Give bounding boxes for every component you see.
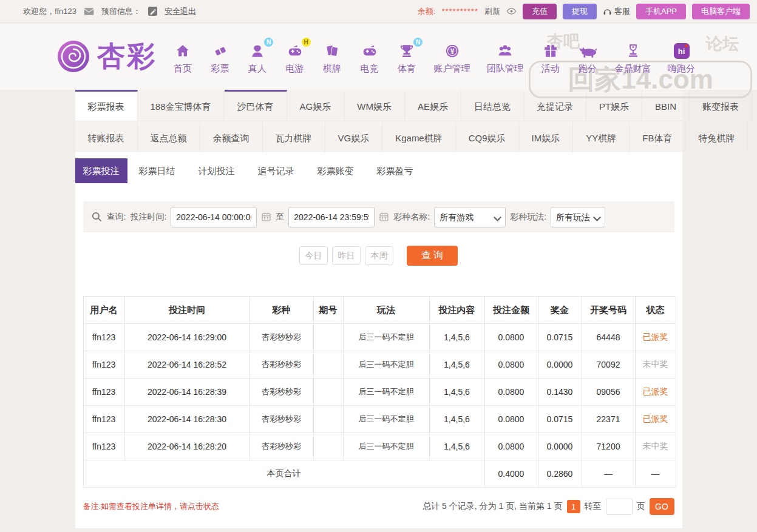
cell-bet-time: 2022-06-14 16:28:30 bbox=[124, 406, 250, 433]
content-card: 彩票投注 彩票日结 计划投注 追号记录 彩票账变 彩票盈亏 查询: 投注时间: … bbox=[75, 152, 682, 528]
subtab-lottery-bets[interactable]: 彩票投注 bbox=[75, 158, 127, 183]
cell-game: 杏彩秒秒彩 bbox=[250, 351, 313, 379]
play-select[interactable]: 所有玩法 bbox=[551, 207, 605, 227]
tab-188-sports[interactable]: 188金宝博体育 bbox=[138, 90, 225, 121]
bet-time-to-input[interactable] bbox=[288, 207, 375, 227]
mail-icon[interactable] bbox=[84, 7, 94, 16]
goto-page-input[interactable] bbox=[606, 499, 633, 515]
cell-status[interactable]: 已派奖 bbox=[635, 406, 676, 433]
subtab-lottery-profit-loss[interactable]: 彩票盈亏 bbox=[365, 158, 425, 183]
gamepad-icon: H bbox=[285, 42, 305, 60]
tab-lottery-report[interactable]: 彩票报表 bbox=[75, 90, 138, 121]
tab-wm[interactable]: WM娱乐 bbox=[344, 90, 405, 121]
cell-bet-time: 2022-06-14 16:29:00 bbox=[124, 324, 250, 351]
nav-item-team-management[interactable]: 团队管理 bbox=[487, 42, 523, 75]
nav-item-paofen[interactable]: 跑分 bbox=[577, 42, 598, 75]
nav-item-sports[interactable]: N 体育 bbox=[396, 42, 417, 75]
withdraw-button[interactable]: 提现 bbox=[563, 4, 597, 19]
nav-item-jinding-wealth[interactable]: 金鼎财富 bbox=[615, 42, 651, 75]
cell-play: 后三一码不定胆 bbox=[343, 351, 429, 379]
yesterday-button[interactable]: 昨日 bbox=[332, 246, 361, 265]
cell-bet-amount: 0.0800 bbox=[484, 406, 538, 433]
subtab-chase-records[interactable]: 追号记录 bbox=[246, 158, 306, 183]
tab-saba-sports[interactable]: 沙巴体育 bbox=[225, 90, 287, 121]
tab-cq9[interactable]: CQ9娱乐 bbox=[456, 121, 519, 152]
nav-item-account-management[interactable]: ¥ 账户管理 bbox=[434, 42, 470, 75]
tab-im[interactable]: IM娱乐 bbox=[519, 121, 574, 152]
live-dealer-icon: N bbox=[247, 42, 268, 60]
subtab-lottery-account-change[interactable]: 彩票账变 bbox=[306, 158, 365, 183]
tab-fb-sports[interactable]: FB体育 bbox=[630, 121, 685, 152]
subtab-plan-bets[interactable]: 计划投注 bbox=[187, 158, 246, 183]
cell-bet-content: 1,4,5,6 bbox=[429, 433, 484, 460]
tab-yy-cards[interactable]: YY棋牌 bbox=[573, 121, 630, 152]
go-button[interactable]: GO bbox=[650, 498, 674, 515]
edit-icon[interactable] bbox=[148, 7, 157, 16]
bet-time-from-input[interactable] bbox=[171, 207, 257, 227]
logout-link[interactable]: 安全退出 bbox=[165, 6, 196, 17]
table-row: ffn123 2022-06-14 16:28:20 杏彩秒秒彩 后三一码不定胆… bbox=[83, 433, 676, 460]
tab-balance-query[interactable]: 余额查询 bbox=[200, 121, 263, 152]
cell-status[interactable]: 已派奖 bbox=[635, 379, 676, 406]
site-logo[interactable]: 杏彩 bbox=[56, 38, 157, 75]
tab-transfer-report[interactable]: 转账报表 bbox=[75, 121, 138, 152]
nav-item-lottery[interactable]: 彩票 bbox=[210, 42, 231, 75]
search-button[interactable]: 查 询 bbox=[407, 246, 458, 266]
cell-status[interactable]: 未中奖 bbox=[635, 351, 676, 379]
today-button[interactable]: 今日 bbox=[299, 246, 328, 265]
deposit-button[interactable]: 充值 bbox=[523, 4, 557, 19]
tab-wali-cards[interactable]: 瓦力棋牌 bbox=[263, 121, 325, 152]
cell-bet-content: 1,4,5,6 bbox=[429, 406, 484, 433]
table-footer-row: 备注:如需查看投注单详情，请点击状态 总计 5 个记录, 分为 1 页, 当前第… bbox=[83, 498, 674, 515]
tab-kgame[interactable]: Kgame棋牌 bbox=[382, 121, 456, 152]
calendar-icon[interactable] bbox=[379, 212, 389, 222]
table-header-row: 用户名 投注时间 彩种 期号 玩法 投注内容 投注金额 奖金 开奖号码 状态 bbox=[83, 297, 676, 324]
refresh-link[interactable]: 刷新 bbox=[484, 6, 500, 17]
svg-text:¥: ¥ bbox=[450, 47, 454, 56]
tab-rebate-total[interactable]: 返点总额 bbox=[138, 121, 200, 152]
col-bet-amount: 投注金额 bbox=[484, 297, 538, 324]
tab-ag[interactable]: AG娱乐 bbox=[287, 90, 345, 121]
trophy-icon: N bbox=[396, 42, 417, 60]
nav-item-esports[interactable]: 电竞 bbox=[359, 42, 380, 75]
cell-bet-amount: 0.0800 bbox=[484, 324, 538, 351]
current-page-badge[interactable]: 1 bbox=[567, 500, 580, 513]
main-content: 彩票报表 188金宝博体育 沙巴体育 AG娱乐 WM娱乐 AE娱乐 日结总览 充… bbox=[75, 90, 682, 528]
reserved-info-label: 预留信息： bbox=[101, 6, 141, 17]
tab-ae[interactable]: AE娱乐 bbox=[405, 90, 461, 121]
logo-emblem-icon bbox=[56, 39, 91, 74]
nav-item-egames[interactable]: H 电游 bbox=[285, 42, 305, 75]
col-bet-content: 投注内容 bbox=[429, 297, 484, 324]
customer-service-link[interactable]: 客服 bbox=[603, 6, 630, 17]
mobile-app-button[interactable]: 手机APP bbox=[636, 4, 686, 19]
calendar-icon[interactable] bbox=[261, 212, 271, 222]
cell-draw-number: 71200 bbox=[582, 433, 635, 460]
game-select[interactable]: 所有游戏 bbox=[434, 207, 506, 227]
cell-status[interactable]: 未中奖 bbox=[635, 433, 676, 460]
tab-vg[interactable]: VG娱乐 bbox=[325, 121, 383, 152]
subtab-lottery-daily[interactable]: 彩票日结 bbox=[127, 158, 187, 183]
eye-icon[interactable] bbox=[506, 7, 517, 15]
nav-item-hi-paofen[interactable]: hi 嗨跑分 bbox=[668, 42, 695, 75]
nav-item-activities[interactable]: 活动 bbox=[540, 42, 561, 75]
col-prize: 奖金 bbox=[538, 297, 582, 324]
nav-item-home[interactable]: 首页 bbox=[172, 42, 193, 75]
cell-issue bbox=[313, 379, 343, 406]
query-label: 查询: bbox=[107, 212, 126, 223]
gift-icon bbox=[540, 42, 561, 60]
col-draw-number: 开奖号码 bbox=[582, 297, 635, 324]
esports-gamepad-icon bbox=[359, 42, 380, 60]
nav-item-live[interactable]: N 真人 bbox=[247, 42, 268, 75]
tab-daily-summary[interactable]: 日结总览 bbox=[461, 90, 524, 121]
hi-app-icon: hi bbox=[671, 42, 692, 60]
cell-play: 后三一码不定胆 bbox=[343, 379, 429, 406]
cards-icon bbox=[322, 42, 342, 60]
total-status-dash: — bbox=[635, 460, 676, 488]
this-week-button[interactable]: 本周 bbox=[365, 246, 393, 265]
cell-draw-number: 22371 bbox=[582, 406, 635, 433]
ticket-icon bbox=[210, 42, 231, 60]
cell-status[interactable]: 已派奖 bbox=[635, 324, 676, 351]
pc-client-button[interactable]: 电脑客户端 bbox=[692, 4, 750, 19]
tab-tetu-cards[interactable]: 特兔棋牌 bbox=[685, 121, 748, 152]
nav-item-cards[interactable]: 棋牌 bbox=[322, 42, 342, 75]
